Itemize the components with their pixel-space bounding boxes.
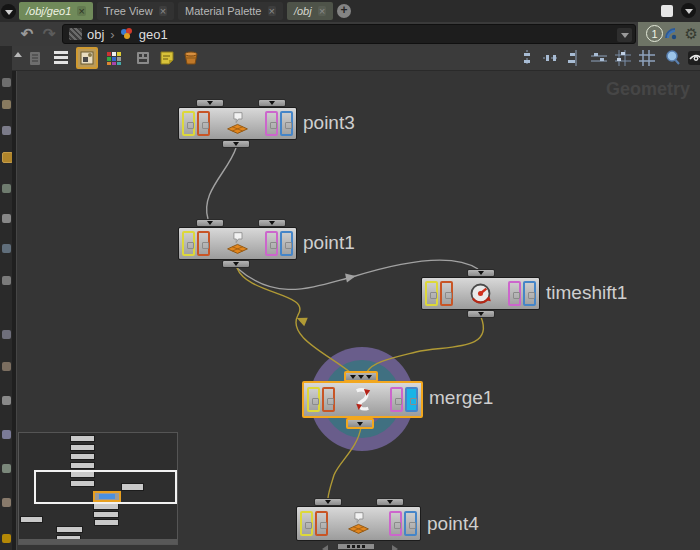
- tab-material-palette[interactable]: Material Palette ×: [178, 2, 283, 20]
- radio-link-icon[interactable]: [663, 26, 678, 41]
- network-overview-minimap[interactable]: [18, 432, 178, 545]
- node-label[interactable]: point1: [303, 232, 355, 254]
- pane-menu-icon[interactable]: [1, 4, 16, 19]
- pane-menu-icon-right[interactable]: [681, 3, 696, 18]
- close-icon[interactable]: ×: [268, 6, 276, 16]
- display-flag[interactable]: [404, 511, 417, 536]
- network-editor-canvas[interactable]: Geometry: [16, 71, 700, 550]
- pane-divider[interactable]: [12, 0, 17, 550]
- path-current[interactable]: geo1: [139, 27, 168, 42]
- bypass-flag[interactable]: [182, 231, 195, 256]
- minimap-node: [70, 462, 95, 469]
- show-grid-icon[interactable]: [638, 49, 656, 67]
- lock-flag[interactable]: [322, 387, 335, 412]
- point-sop-icon: [212, 110, 263, 137]
- node-label[interactable]: point4: [427, 513, 479, 535]
- input-connector[interactable]: [376, 498, 404, 506]
- input-connector[interactable]: [467, 269, 495, 277]
- lock-flag[interactable]: [197, 111, 210, 136]
- sticky-note-icon[interactable]: [158, 49, 176, 67]
- display-flag[interactable]: [523, 281, 536, 306]
- layout-save-icon[interactable]: [134, 49, 152, 67]
- link-group-badge[interactable]: 1: [646, 25, 663, 42]
- pane-maximize-icon[interactable]: [661, 5, 673, 17]
- lock-flag[interactable]: [440, 281, 453, 306]
- node-label[interactable]: timeshift1: [546, 282, 627, 304]
- template-flag[interactable]: [265, 111, 278, 136]
- node-label[interactable]: merge1: [429, 387, 493, 409]
- template-flag[interactable]: [390, 387, 403, 412]
- back-button[interactable]: ↶: [17, 24, 37, 44]
- node-body[interactable]: [178, 227, 297, 260]
- snap-to-grid-icon[interactable]: [614, 49, 632, 67]
- strip-icon: [2, 276, 11, 285]
- footer-arrow-left: [322, 545, 328, 550]
- input-connector[interactable]: [196, 219, 224, 227]
- align-horizontal-icon[interactable]: [590, 49, 608, 67]
- node-info-icon[interactable]: [26, 49, 44, 67]
- new-tab-button[interactable]: +: [337, 4, 351, 18]
- tab-obj[interactable]: /obj ×: [287, 2, 333, 20]
- input-connector[interactable]: [258, 99, 286, 107]
- visibility-eye-icon[interactable]: [687, 49, 700, 67]
- distribute-vertical-icon[interactable]: [518, 49, 536, 67]
- display-flag-on[interactable]: [405, 387, 418, 412]
- path-dropdown-button[interactable]: [617, 28, 632, 42]
- tab-label: /obj/geo1: [26, 5, 71, 17]
- template-flag[interactable]: [389, 511, 402, 536]
- lock-flag[interactable]: [197, 231, 210, 256]
- gear-settings-button[interactable]: ⚙: [685, 24, 698, 44]
- scroll-up-arrow[interactable]: [14, 52, 22, 57]
- zoom-magnifier-icon[interactable]: [664, 49, 682, 67]
- display-flag[interactable]: [280, 111, 293, 136]
- lock-flag[interactable]: [315, 511, 328, 536]
- obj-network-icon: [69, 28, 82, 40]
- path-field[interactable]: obj › geo1: [62, 24, 636, 44]
- path-root[interactable]: obj: [87, 27, 104, 42]
- bypass-flag[interactable]: [300, 511, 313, 536]
- node-label[interactable]: point3: [303, 112, 355, 134]
- network-toolbar: [12, 46, 700, 71]
- template-flag[interactable]: [508, 281, 521, 306]
- output-connector[interactable]: [222, 140, 250, 148]
- node-body[interactable]: [421, 277, 540, 310]
- strip-icon: [2, 78, 11, 87]
- output-connector[interactable]: [346, 418, 374, 429]
- output-connector[interactable]: [222, 260, 250, 268]
- tab-tree-view[interactable]: Tree View ×: [97, 2, 174, 20]
- close-icon[interactable]: ×: [159, 6, 167, 16]
- minimap-node: [56, 526, 83, 533]
- gallery-bucket-icon[interactable]: [182, 49, 200, 67]
- bypass-flag[interactable]: [307, 387, 320, 412]
- timeshift-sop-icon: [455, 280, 506, 307]
- list-view-icon[interactable]: [52, 49, 70, 67]
- output-connector-clipped[interactable]: [337, 543, 375, 550]
- input-connector[interactable]: [258, 219, 286, 227]
- color-palette-icon[interactable]: [105, 49, 123, 67]
- bypass-flag[interactable]: [182, 111, 195, 136]
- network-view-icon-selected[interactable]: [76, 47, 98, 69]
- close-icon[interactable]: ×: [318, 6, 326, 16]
- template-flag[interactable]: [265, 231, 278, 256]
- input-connector[interactable]: [196, 99, 224, 107]
- node-body[interactable]: [178, 107, 297, 140]
- node-body[interactable]: [296, 506, 421, 541]
- wire-point1-to-merge1[interactable]: [237, 268, 351, 373]
- tab-obj-geo1[interactable]: /obj/geo1 ×: [19, 2, 93, 20]
- wire-merge1-to-point4[interactable]: [328, 427, 361, 498]
- input-connector[interactable]: [314, 498, 342, 506]
- display-flag[interactable]: [280, 231, 293, 256]
- merge-sop-icon: [337, 386, 388, 413]
- wire-point3-to-point1[interactable]: [207, 148, 236, 219]
- node-body[interactable]: [302, 381, 423, 418]
- output-connector[interactable]: [467, 310, 495, 318]
- distribute-horizontal-icon[interactable]: [542, 49, 560, 67]
- close-icon[interactable]: ×: [77, 6, 85, 16]
- align-vertical-icon[interactable]: [566, 49, 584, 67]
- left-pane-sliver[interactable]: [0, 0, 12, 550]
- minimap-node: [70, 453, 95, 460]
- minimap-view-rect[interactable]: [34, 470, 177, 504]
- forward-button[interactable]: ↷: [39, 24, 59, 44]
- bypass-flag[interactable]: [425, 281, 438, 306]
- wire-timeshift1-to-merge1[interactable]: [367, 317, 483, 372]
